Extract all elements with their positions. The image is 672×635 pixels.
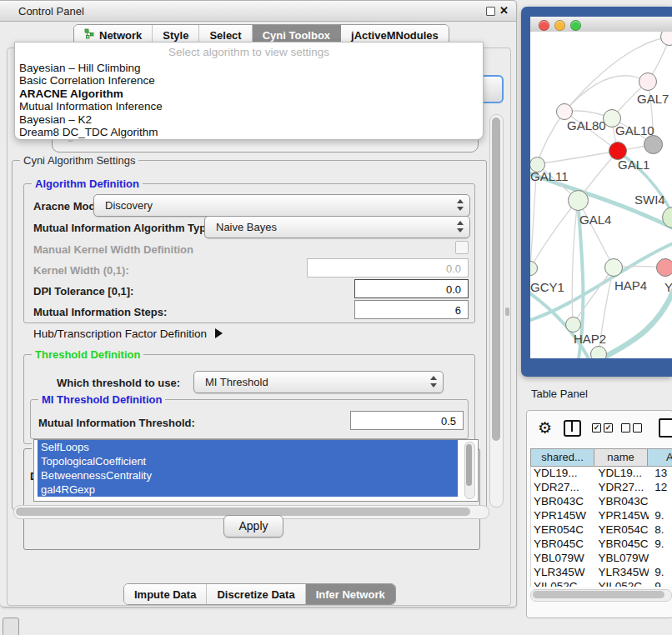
- select-all-icon[interactable]: ✓: [592, 423, 601, 432]
- aracne-mode-combo[interactable]: Discovery: [93, 194, 470, 217]
- node-table: shared... name A YDL19... YDL19... 13 YD…: [530, 448, 672, 587]
- network-view-window: GAL7GAL80GAL10GAL1GAL11GAL4SWI4GCY1HAP4Y…: [521, 7, 672, 377]
- table-row[interactable]: YBL079W YBL079W: [531, 552, 672, 566]
- panel-splitter-handle[interactable]: [505, 308, 509, 316]
- data-attributes-list: SelfLoopsTopologicalCoefficientBetweenne…: [33, 439, 479, 502]
- table-row[interactable]: YLR345W YLR345W 9.: [531, 566, 672, 580]
- mi-type-label: Mutual Information Algorithm Type:: [33, 222, 216, 234]
- tab-label: Cyni Toolbox: [263, 29, 330, 42]
- tab-label: Style: [163, 29, 188, 42]
- cyni-settings-label: Cyni Algorithm Settings: [20, 154, 138, 167]
- dropdown-item[interactable]: ARACNE Algorithm: [19, 88, 479, 100]
- network-node[interactable]: [644, 135, 663, 154]
- algorithm-definition-label: Algorithm Definition: [32, 178, 143, 190]
- dpi-tolerance-label: DPI Tolerance [0,1]:: [33, 285, 133, 298]
- table-row[interactable]: YPR145W YPR145W 9.: [531, 509, 672, 523]
- attribute-item[interactable]: gal4RGexp: [38, 482, 458, 497]
- deselect-all-icon[interactable]: [633, 423, 642, 432]
- split-view-icon[interactable]: [564, 420, 581, 437]
- tab-label: Select: [209, 29, 241, 42]
- minimize-traffic-light[interactable]: [554, 20, 565, 31]
- network-node[interactable]: [639, 72, 657, 91]
- which-threshold-value: MI Threshold: [205, 376, 268, 388]
- close-icon[interactable]: ✕: [499, 4, 509, 17]
- manual-kernel-label: Manual Kernel Width Definition: [33, 243, 193, 256]
- column-header-name[interactable]: name: [594, 449, 648, 466]
- kernel-width-label: Kernel Width (0,1):: [33, 264, 129, 277]
- deselect-all-icon[interactable]: [621, 423, 630, 432]
- table-row[interactable]: YBR045C YBR045C 9.: [531, 538, 672, 552]
- table-row[interactable]: YER054C YER054C 8.: [531, 523, 672, 538]
- table-horizontal-scrollbar[interactable]: [530, 589, 672, 602]
- node-label: HAP4: [614, 278, 647, 292]
- dpi-tolerance-field[interactable]: 0.0: [354, 279, 469, 298]
- network-canvas[interactable]: GAL7GAL80GAL10GAL1GAL11GAL4SWI4GCY1HAP4Y…: [530, 32, 672, 358]
- table-row[interactable]: YDR27... YDR27... 12: [531, 481, 672, 495]
- attribute-item[interactable]: BetweennessCentrality: [38, 468, 458, 482]
- network-node[interactable]: [556, 103, 573, 120]
- mi-type-combo[interactable]: Naive Bayes: [204, 216, 470, 238]
- node-label: GAL1: [618, 158, 649, 172]
- node-label: GAL7: [637, 92, 669, 106]
- attributes-scrollbar[interactable]: [464, 442, 475, 499]
- dropdown-items: Bayesian – Hill ClimbingBasic Correlatio…: [19, 62, 479, 138]
- table-row[interactable]: YDL19... YDL19... 13: [531, 467, 672, 481]
- network-node[interactable]: [568, 190, 589, 211]
- spinner-icon: [456, 198, 464, 212]
- zoom-traffic-light[interactable]: [570, 20, 581, 31]
- threshold-definition-label: Threshold Definition: [32, 348, 143, 361]
- which-threshold-combo[interactable]: MI Threshold: [193, 371, 444, 393]
- tab-infer-network[interactable]: Infer Network: [306, 584, 395, 604]
- dropdown-item[interactable]: Bayesian – Hill Climbing: [19, 62, 479, 74]
- table-row[interactable]: YBR043C YBR043C: [531, 495, 672, 509]
- float-window-icon[interactable]: [486, 7, 495, 16]
- hub-expander-label: Hub/Transcription Factor Definition: [33, 328, 207, 340]
- hub-expander[interactable]: Hub/Transcription Factor Definition: [33, 328, 223, 340]
- table-toolbar: ⚙ ✓ ✓: [527, 411, 672, 448]
- mi-threshold-label: Mutual Information Threshold:: [38, 417, 195, 429]
- control-panel-window: Control Panel ✕ Network Style Select Cyn…: [0, 0, 517, 608]
- dropdown-item[interactable]: Dream8 DC_TDC Algorithm: [19, 126, 479, 138]
- tab-discretize-data[interactable]: Discretize Data: [207, 584, 305, 604]
- column-header-partial[interactable]: A: [648, 449, 672, 466]
- dropdown-item[interactable]: Bayesian – K2: [19, 113, 479, 126]
- mi-type-value: Naive Bayes: [216, 221, 277, 233]
- network-node[interactable]: [604, 258, 623, 277]
- settings-vertical-scrollbar[interactable]: [489, 114, 504, 508]
- node-label: HAP2: [574, 332, 606, 346]
- apply-button[interactable]: Apply: [223, 515, 283, 538]
- table-row[interactable]: YIL052C YIL052C 9.: [531, 580, 672, 587]
- dropdown-item[interactable]: Mutual Information Inference: [19, 100, 479, 112]
- table-body: YDL19... YDL19... 13 YDR27... YDR27... 1…: [530, 467, 672, 587]
- select-all-icon[interactable]: ✓: [604, 423, 613, 432]
- attribute-item[interactable]: SelfLoops: [38, 440, 458, 454]
- tab-label: Network: [99, 29, 142, 42]
- minimized-panel-button[interactable]: [3, 618, 19, 635]
- node-label: GCY1: [530, 280, 564, 294]
- control-panel-titlebar[interactable]: Control Panel ✕: [0, 1, 516, 22]
- tab-impute-data[interactable]: Impute Data: [124, 584, 207, 604]
- manual-kernel-checkbox[interactable]: [455, 241, 469, 254]
- gear-icon[interactable]: ⚙: [538, 420, 552, 436]
- mi-threshold-field[interactable]: 0.5: [350, 411, 464, 430]
- kernel-width-field[interactable]: 0.0: [307, 258, 469, 278]
- network-icon: [84, 28, 95, 42]
- close-traffic-light[interactable]: [539, 20, 549, 31]
- dropdown-placeholder: Select algorithm to view settings: [15, 46, 483, 58]
- network-node[interactable]: [565, 317, 581, 332]
- attribute-item[interactable]: TopologicalCoefficient: [38, 454, 458, 468]
- network-node[interactable]: [656, 258, 672, 277]
- dropdown-item[interactable]: Basic Correlation Inference: [19, 74, 479, 87]
- mi-steps-field[interactable]: 6: [354, 300, 469, 319]
- network-node[interactable]: [590, 346, 607, 358]
- network-window-titlebar[interactable]: [530, 17, 672, 32]
- node-label: GAL4: [579, 212, 611, 227]
- mi-threshold-group-label: MI Threshold Definition: [38, 393, 165, 406]
- expand-arrow-icon: [215, 328, 223, 338]
- column-header-shared-name[interactable]: shared...: [531, 449, 594, 466]
- algorithm-dropdown-list: Select algorithm to view settings Bayesi…: [14, 42, 484, 140]
- table-panel-card: ⚙ ✓ ✓ shared... name A YDL19... YDL19...…: [526, 410, 672, 618]
- node-label: GAL80: [567, 118, 606, 132]
- table-icon[interactable]: [659, 418, 672, 438]
- node-label: GAL11: [530, 169, 569, 183]
